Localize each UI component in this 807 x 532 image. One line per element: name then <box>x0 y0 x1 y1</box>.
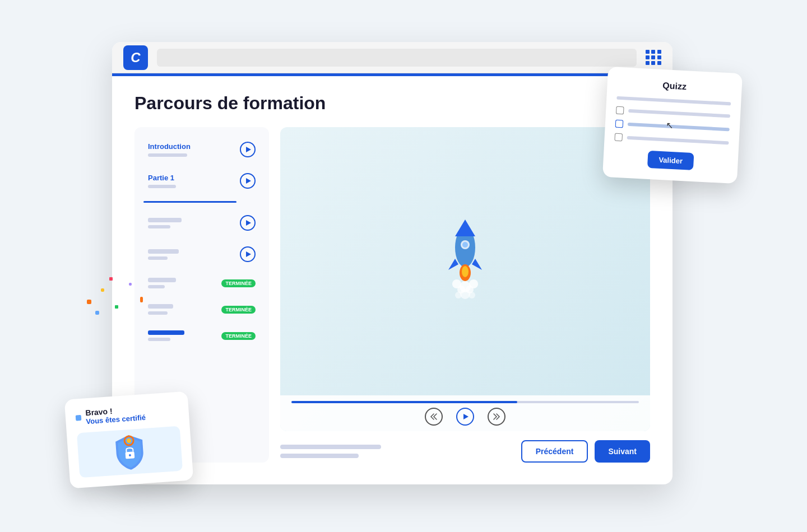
cert-dot <box>76 414 82 421</box>
sidebar-item-4-title-bar <box>148 249 179 254</box>
grid-dot <box>651 55 655 59</box>
sidebar-item-1-left: Introduction <box>148 142 191 157</box>
grid-dot <box>646 61 650 65</box>
svg-point-3 <box>462 242 468 248</box>
video-controls-bar <box>280 395 650 431</box>
quizz-option-2[interactable]: ↖ <box>615 120 730 134</box>
sidebar-item-3-left <box>148 218 182 228</box>
confetti-dot-1 <box>87 300 91 304</box>
play-triangle-3 <box>246 220 251 226</box>
next-button[interactable]: Suivant <box>595 440 650 463</box>
sidebar-item-1[interactable]: Introduction <box>143 136 260 163</box>
cert-illustration <box>77 426 183 478</box>
play-btn-4[interactable] <box>240 246 256 262</box>
validate-button[interactable]: Valider <box>647 151 694 170</box>
quizz-title-bar <box>616 96 731 106</box>
forward-button[interactable] <box>488 408 505 426</box>
sidebar-item-5-bar <box>148 285 165 288</box>
play-btn-1[interactable] <box>240 142 256 157</box>
video-section: Précédent Suivant <box>280 127 650 463</box>
badge-termine-7: Terminée <box>221 332 256 340</box>
content-placeholder <box>280 445 381 458</box>
grid-dot <box>657 61 661 65</box>
sidebar-item-2-title: Partie 1 <box>148 174 176 182</box>
grid-dot <box>657 55 661 59</box>
sidebar-item-6-title-bar <box>148 304 173 309</box>
logo: C <box>123 45 148 70</box>
svg-point-13 <box>460 289 470 299</box>
video-content <box>280 127 650 395</box>
svg-point-15 <box>469 292 475 298</box>
svg-point-14 <box>455 292 462 298</box>
confetti-dot-4 <box>129 283 132 286</box>
quizz-option-1-bar <box>628 109 730 118</box>
rocket-illustration <box>437 217 493 306</box>
play-btn-2[interactable] <box>240 173 256 189</box>
sidebar-item-7-left <box>148 330 184 341</box>
sidebar-item-4-left <box>148 249 179 260</box>
sidebar-item-6[interactable]: Terminée <box>143 298 260 320</box>
sidebar-item-3-title-bar <box>148 218 182 222</box>
grid-icon[interactable] <box>646 50 661 66</box>
confetti-dot-5 <box>140 297 143 302</box>
confetti-dot-7 <box>109 277 113 281</box>
sidebar-divider <box>143 201 236 203</box>
browser-window: C Parcours de formation <box>112 42 672 484</box>
sidebar-item-7-bar <box>148 338 170 341</box>
svg-marker-4 <box>448 259 458 270</box>
progress-track[interactable] <box>291 401 639 403</box>
certificate-card: Bravo ! Vous êtes certifié <box>64 391 194 489</box>
confetti-dot-3 <box>115 305 118 309</box>
svg-marker-5 <box>472 259 482 270</box>
sidebar-item-1-title: Introduction <box>148 142 191 151</box>
text-bar-1 <box>280 445 381 449</box>
nav-buttons: Précédent Suivant <box>280 440 650 463</box>
cursor-icon: ↖ <box>665 120 673 131</box>
quizz-option-2-bar <box>628 123 730 132</box>
play-btn-3[interactable] <box>240 215 256 231</box>
scene: C Parcours de formation <box>67 25 740 507</box>
quizz-option-3-bar <box>627 136 729 145</box>
play-button[interactable] <box>456 408 474 426</box>
sidebar-item-7[interactable]: Terminée <box>143 325 260 347</box>
badge-termine-5: Terminée <box>221 279 256 287</box>
sidebar-item-5-title-bar <box>148 278 176 282</box>
quizz-checkbox-1[interactable] <box>616 106 624 115</box>
play-triangle-1 <box>246 147 251 152</box>
sidebar-item-5[interactable]: Terminée <box>143 272 260 294</box>
quizz-card: Quizz ↖ Valider <box>602 67 743 184</box>
sidebar-item-6-bar <box>148 311 168 315</box>
quizz-checkbox-3[interactable] <box>614 133 623 142</box>
browser-content: Parcours de formation Introduction <box>112 76 672 484</box>
sidebar-item-2[interactable]: Partie 1 <box>143 167 260 194</box>
main-layout: Introduction Partie 1 <box>134 127 650 463</box>
rewind-button[interactable] <box>425 408 443 426</box>
sidebar-item-7-title-bar <box>148 330 184 335</box>
sidebar-item-3-bar <box>148 225 170 228</box>
quizz-checkbox-2[interactable] <box>615 120 624 128</box>
grid-dot <box>646 50 650 54</box>
action-buttons: Précédent Suivant <box>521 440 650 463</box>
grid-dot <box>651 50 655 54</box>
sidebar-item-6-left <box>148 304 173 315</box>
sidebar-item-3[interactable] <box>143 209 260 236</box>
svg-point-7 <box>462 266 469 277</box>
quizz-option-1[interactable] <box>616 106 730 120</box>
grid-dot <box>651 61 655 65</box>
quizz-title: Quizz <box>617 78 732 95</box>
page-title: Parcours de formation <box>134 93 650 114</box>
browser-top-bar: C <box>112 42 672 73</box>
cert-header: Bravo ! Vous êtes certifié <box>75 402 179 427</box>
sidebar-item-5-left <box>148 278 176 288</box>
prev-button[interactable]: Précédent <box>521 440 588 463</box>
quizz-option-3[interactable] <box>614 133 729 147</box>
cert-title: Bravo ! Vous êtes certifié <box>85 404 146 426</box>
play-triangle-2 <box>246 178 251 184</box>
sidebar-item-2-left: Partie 1 <box>148 174 176 188</box>
video-buttons <box>291 408 639 426</box>
sidebar-item-4[interactable] <box>143 241 260 268</box>
shield-svg <box>112 432 148 472</box>
video-player <box>280 127 650 431</box>
grid-dot <box>646 55 650 59</box>
confetti-dot-6 <box>95 311 99 315</box>
